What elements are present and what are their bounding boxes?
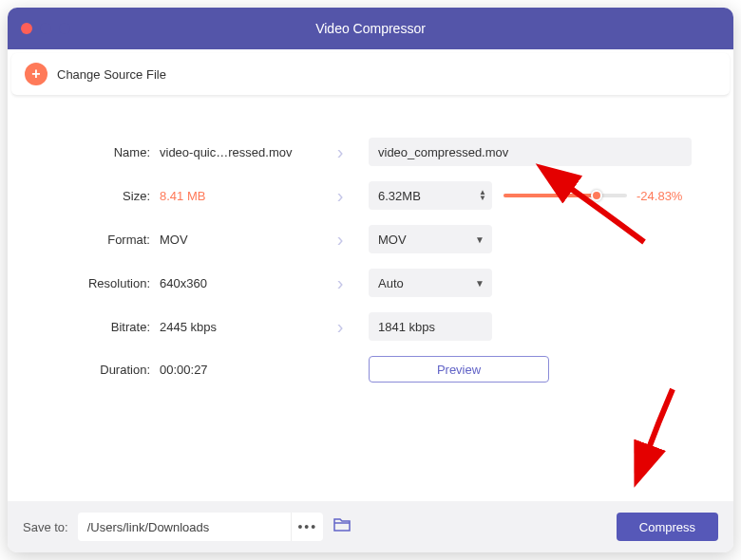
size-reduction-percent: -24.83% — [636, 189, 682, 203]
chevron-right-icon: › — [321, 316, 359, 338]
stepper-arrows-icon[interactable]: ▲▼ — [479, 190, 486, 201]
resolution-label: Resolution: — [36, 276, 150, 290]
chevron-right-icon: › — [321, 185, 359, 207]
maximize-window-button[interactable] — [59, 23, 70, 34]
annotation-arrow-icon — [625, 384, 701, 474]
chevron-right-icon: › — [321, 272, 359, 294]
slider-thumb[interactable] — [591, 190, 602, 201]
row-size: Size: 8.41 MB › 6.32MB ▲▼ -24.83% — [36, 181, 705, 210]
size-slider[interactable] — [504, 194, 627, 197]
app-window: Video Compressor + Change Source File Na… — [8, 8, 733, 552]
browse-path-button[interactable]: ••• — [291, 513, 323, 541]
chevron-right-icon: › — [321, 229, 359, 251]
src-size: 8.41 MB — [160, 189, 312, 203]
close-window-button[interactable] — [21, 23, 32, 34]
format-label: Format: — [36, 233, 150, 247]
row-resolution: Resolution: 640x360 › Auto ▼ — [36, 269, 705, 297]
save-path-box: /Users/link/Downloads ••• — [78, 513, 324, 541]
output-size-value: 6.32MB — [378, 189, 421, 203]
src-resolution: 640x360 — [160, 276, 312, 290]
output-bitrate-input[interactable]: 1841 kbps — [369, 312, 492, 341]
row-name: Name: video-quic…ressed.mov › video_comp… — [36, 138, 705, 166]
minimize-window-button[interactable] — [40, 23, 51, 34]
caret-down-icon: ▼ — [475, 234, 484, 245]
footer-bar: Save to: /Users/link/Downloads ••• Compr… — [8, 501, 733, 552]
row-format: Format: MOV › MOV ▼ — [36, 225, 705, 253]
output-format-select[interactable]: MOV ▼ — [369, 225, 492, 253]
duration-label: Duration: — [36, 363, 150, 377]
output-resolution-value: Auto — [378, 276, 404, 290]
saveto-label: Save to: — [23, 520, 68, 534]
output-format-value: MOV — [378, 233, 407, 247]
window-controls — [21, 23, 70, 34]
output-resolution-select[interactable]: Auto ▼ — [369, 269, 492, 297]
src-duration: 00:00:27 — [160, 363, 312, 377]
source-toolbar[interactable]: + Change Source File — [11, 53, 730, 96]
save-path-value: /Users/link/Downloads — [78, 520, 292, 534]
size-label: Size: — [36, 189, 150, 203]
output-size-stepper[interactable]: 6.32MB ▲▼ — [369, 181, 492, 210]
change-source-label: Change Source File — [57, 67, 166, 82]
plus-icon: + — [25, 63, 48, 85]
window-title: Video Compressor — [315, 21, 426, 36]
src-name: video-quic…ressed.mov — [160, 145, 312, 159]
titlebar: Video Compressor — [8, 8, 733, 49]
slider-fill — [504, 194, 597, 197]
row-bitrate: Bitrate: 2445 kbps › 1841 kbps — [36, 312, 705, 341]
chevron-right-icon: › — [321, 141, 359, 163]
output-name-input[interactable]: video_compressed.mov — [369, 138, 692, 166]
name-label: Name: — [36, 145, 150, 159]
row-duration: Duration: 00:00:27 Preview — [36, 356, 705, 383]
caret-down-icon: ▼ — [475, 278, 484, 289]
open-folder-button[interactable] — [332, 517, 352, 537]
src-bitrate: 2445 kbps — [160, 320, 312, 334]
preview-button[interactable]: Preview — [369, 356, 549, 383]
compress-button[interactable]: Compress — [617, 513, 718, 541]
src-format: MOV — [160, 233, 312, 247]
content-panel: Name: video-quic…ressed.mov › video_comp… — [8, 100, 733, 501]
bitrate-label: Bitrate: — [36, 320, 150, 334]
